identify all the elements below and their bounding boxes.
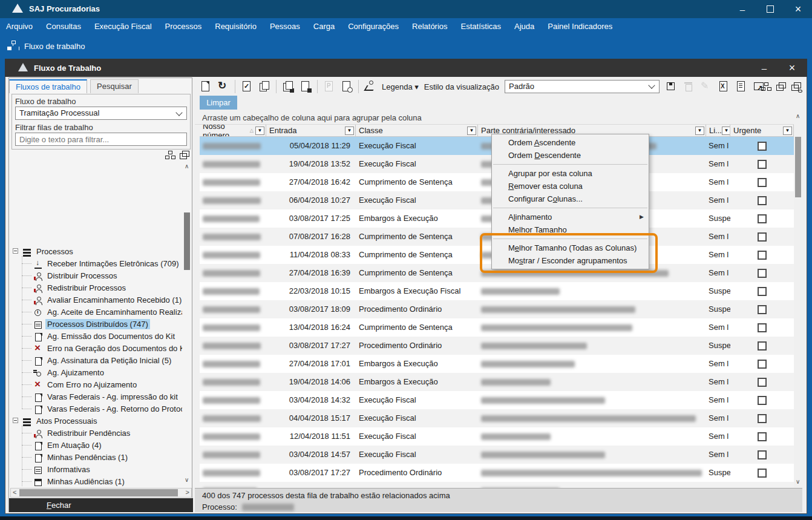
grid-row[interactable]: 13/04/2018 16:24Cumprimento de SentençaS…: [200, 318, 794, 337]
grid-row[interactable]: 27/04/2018 17:01Embargos à ExecuçãoSem l: [200, 355, 794, 373]
context-menu-item-agrupar-por-esta-coluna[interactable]: Agrupar por esta coluna: [492, 167, 649, 180]
cascade-eye-icon[interactable]: [791, 82, 802, 91]
menu-painel-indicadores[interactable]: Painel Indicadores: [548, 22, 612, 31]
tree-item-atos-processuais[interactable]: Atos Processuais: [10, 415, 182, 427]
batch-check-icon[interactable]: [241, 81, 253, 93]
grid-scroll-up-icon[interactable]: ∧: [796, 113, 800, 119]
urgente-checkbox[interactable]: [758, 432, 767, 441]
column-header-li[interactable]: Li...▼: [706, 125, 730, 137]
grid-row[interactable]: 19/04/2018 14:06Embargos à ExecuçãoSem l: [200, 373, 794, 391]
urgente-checkbox[interactable]: [758, 251, 767, 260]
tree-item-em-atuacao-4[interactable]: Em Atuação (4): [10, 439, 182, 451]
column-header-urgente[interactable]: Urgente▼: [730, 125, 794, 137]
menu-arquivo[interactable]: Arquivo: [6, 22, 33, 31]
urgente-checkbox[interactable]: [758, 269, 767, 278]
new-document-icon[interactable]: [200, 81, 212, 93]
tree-item-avaliar-encaminhamento-recebido-1[interactable]: Avaliar Encaminhamento Recebido (1): [10, 294, 182, 306]
tree-item-ag-emissao-dos-documentos-do-kit[interactable]: Ag. Emissão dos Documentos do Kit: [10, 330, 182, 342]
tree-horizontal-scrollbar[interactable]: < >: [10, 488, 192, 498]
urgente-checkbox[interactable]: [758, 323, 767, 332]
menu-requisitorio[interactable]: Requisitório: [215, 22, 257, 31]
urgente-checkbox[interactable]: [758, 142, 767, 151]
grid-row[interactable]: 14/04/2018 09:03Procedimento Ordinário: [200, 482, 794, 488]
minimize-button[interactable]: –: [729, 0, 756, 18]
copy-icon[interactable]: [258, 81, 270, 93]
tree-scroll-up-icon[interactable]: ∧: [185, 163, 189, 169]
grid-row[interactable]: 12/04/2018 11:51Execução FiscalSem l: [200, 427, 794, 446]
tab-fluxos-de-trabalho[interactable]: Fluxos de trabalho: [9, 79, 87, 93]
context-menu-item-ordem-ascendente[interactable]: Ordem Ascendente: [492, 136, 649, 149]
urgente-checkbox[interactable]: [758, 214, 767, 223]
tree-item-receber-intimacoes-eletronicas-709[interactable]: Receber Intimações Eletrônicas (709): [10, 257, 182, 269]
style-combobox[interactable]: Padrão: [505, 80, 660, 93]
menu-estatisticas[interactable]: Estatísticas: [461, 22, 501, 31]
urgente-checkbox[interactable]: [758, 196, 767, 205]
tree-scroll-down-icon[interactable]: ∨: [185, 476, 189, 483]
filter-button[interactable]: ▼: [722, 127, 730, 135]
window-close-button[interactable]: ×: [778, 59, 806, 77]
grid-row[interactable]: 03/04/2018 14:32Execução FiscalSem l: [200, 391, 794, 409]
tree-item-distribuir-processos[interactable]: Distribuir Processos: [10, 269, 182, 281]
tree-item-com-erro-no-ajuizamento[interactable]: Com Erro no Ajuizamento: [10, 378, 182, 390]
context-menu-item-ordem-descendente[interactable]: Ordem Descendente: [492, 149, 649, 162]
menu-carga[interactable]: Carga: [313, 22, 335, 31]
grid-scroll-down-icon[interactable]: ∨: [796, 478, 800, 485]
tree-item-erro-na-geracao-dos-documentos-do-kit[interactable]: Erro na Geração dos Documentos do Kit: [10, 342, 182, 354]
scroll-right-icon[interactable]: >: [186, 489, 189, 496]
tree-item-varas-federais-ag-impressao-do-kit[interactable]: Varas Federais - Ag. impressão do kit: [10, 390, 182, 403]
urgente-checkbox[interactable]: [758, 450, 767, 459]
grid-row[interactable]: 03/08/2017 18:09Procedimento OrdinárioSu…: [200, 300, 794, 318]
tree-item-minhas-pendencias-1[interactable]: Minhas Pendências (1): [10, 451, 182, 463]
document-search-icon[interactable]: [341, 81, 353, 93]
report-icon[interactable]: [735, 81, 747, 93]
urgente-checkbox[interactable]: [758, 305, 767, 314]
save-icon[interactable]: [665, 81, 677, 93]
grid-scrollbar-thumb[interactable]: [795, 137, 801, 197]
menu-consultas[interactable]: Consultas: [46, 22, 81, 31]
grid-row[interactable]: 03/08/2017 17:27Procedimento OrdinárioSu…: [200, 337, 794, 355]
menu-configuracoes[interactable]: Configurações: [348, 22, 399, 31]
urgente-checkbox[interactable]: [758, 287, 767, 296]
grid-row[interactable]: 03/04/2018 14:57Execução FiscalSem l: [200, 446, 794, 464]
urgente-checkbox[interactable]: [758, 360, 767, 369]
tree-item-redistribuir-pendencias[interactable]: Redistribuir Pendências: [10, 427, 182, 439]
grid-row[interactable]: 22/03/2018 10:15Embargos à Execução Fisc…: [200, 282, 794, 300]
export-excel-icon[interactable]: [718, 81, 730, 93]
menu-ajuda[interactable]: Ajuda: [514, 22, 534, 31]
workflow-combobox[interactable]: Tramitação Processual: [15, 107, 187, 120]
refresh-icon[interactable]: [217, 81, 229, 93]
urgente-checkbox[interactable]: [758, 160, 767, 169]
tree-item-varas-federais-ag-retorno-do-protocolo[interactable]: Varas Federais - Ag. Retorno do Protocol…: [10, 403, 182, 415]
grid-row[interactable]: 04/04/2018 15:17Execução FiscalSem l: [200, 409, 794, 427]
fechar-button[interactable]: Fechar: [9, 498, 193, 512]
urgente-checkbox[interactable]: [758, 178, 767, 187]
urgente-checkbox[interactable]: [758, 414, 767, 423]
tab-pesquisar[interactable]: Pesquisar: [90, 79, 139, 93]
grid-row[interactable]: 03/08/2017 17:27Procedimento OrdinárioSu…: [200, 464, 794, 482]
window-minimize-button[interactable]: –: [750, 59, 778, 77]
expander-minus-icon[interactable]: [13, 418, 18, 423]
save-document-icon[interactable]: [300, 81, 312, 93]
menu-execucao-fiscal[interactable]: Execução Fiscal: [94, 22, 152, 31]
column-header-nosso-numero[interactable]: Nosso número△▼: [200, 125, 266, 137]
filter-button[interactable]: ▼: [783, 127, 792, 135]
column-header-classe[interactable]: Classe▼: [356, 125, 478, 137]
filter-button[interactable]: ▼: [345, 127, 354, 135]
menu-processos[interactable]: Processos: [165, 22, 202, 31]
tree-item-ag-aceite-de-encaminhamento-realizado[interactable]: Ag. Aceite de Encaminhamento Realizado: [10, 306, 182, 318]
collapse-all-icon[interactable]: [180, 151, 190, 160]
tree-item-processos-distribuidos-747[interactable]: Processos Distribuídos (747): [10, 318, 182, 330]
tree-item-minhas-audiencias-1[interactable]: Minhas Audiências (1): [10, 475, 182, 487]
filter-button[interactable]: ▼: [255, 127, 264, 135]
column-header-entrada[interactable]: Entrada▼: [266, 125, 356, 137]
tree-item-ag-ajuizamento[interactable]: Ag. Ajuizamento: [10, 366, 182, 378]
context-menu-item-alinhamento[interactable]: Alinhamento▶: [492, 211, 649, 223]
cascade-icon[interactable]: [776, 82, 787, 91]
urgente-checkbox[interactable]: [758, 341, 767, 351]
workflow-toolbar-button[interactable]: Fluxo de trabalho: [7, 38, 85, 54]
expand-all-icon[interactable]: [165, 151, 175, 160]
urgente-checkbox[interactable]: [758, 396, 767, 405]
hscrollbar-thumb[interactable]: [19, 489, 178, 496]
tree-scrollbar-thumb[interactable]: [184, 212, 190, 270]
close-button[interactable]: ×: [784, 0, 812, 18]
